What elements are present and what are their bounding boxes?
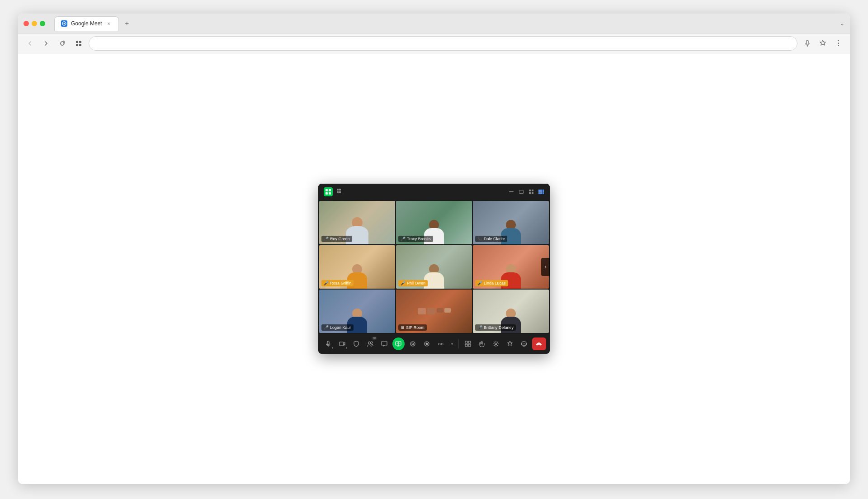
end-call-button[interactable]: [532, 337, 546, 350]
browser-toolbar: ⋮: [18, 33, 850, 53]
window-tile4[interactable]: [528, 190, 534, 194]
participant-name-text: Linda Lucas: [484, 281, 506, 285]
more-button[interactable]: ⋮: [832, 37, 844, 50]
svg-rect-27: [468, 344, 471, 347]
mic-icon: 🎤: [401, 281, 406, 285]
next-page-button[interactable]: ›: [541, 258, 550, 276]
window-minimize[interactable]: [508, 190, 514, 194]
participants-button[interactable]: 10: [364, 337, 377, 350]
traffic-lights: [24, 21, 45, 26]
tab-dropdown-button[interactable]: ⌄: [840, 20, 844, 27]
participant-name-phil: 🎤 Phil Owen: [398, 280, 428, 286]
settings-button[interactable]: [490, 337, 502, 350]
participant-name-text: SIP Room: [406, 325, 425, 330]
meet-logo: [324, 187, 333, 196]
minimize-traffic-light[interactable]: [32, 21, 37, 26]
toolbar-actions: ⋮: [801, 37, 844, 50]
camera-dropdown-arrow[interactable]: ▾: [346, 346, 347, 349]
svg-point-21: [412, 343, 414, 345]
participant-name-text: Roy Green: [330, 237, 350, 241]
activities-button[interactable]: [504, 337, 516, 350]
call-layout-icon[interactable]: [336, 188, 343, 196]
captions-dropdown[interactable]: ▾: [449, 337, 456, 350]
participant-name-dale: 📞 Dale Clarke: [475, 236, 507, 242]
svg-rect-25: [468, 341, 471, 343]
screen-icon: 🖥: [401, 325, 405, 330]
extensions-button[interactable]: [72, 37, 85, 50]
participant-name-rosa: 🎤 Rosa Griffin: [321, 280, 354, 286]
active-tab[interactable]: Google Meet ×: [54, 16, 119, 31]
chat-button[interactable]: [378, 337, 391, 350]
close-traffic-light[interactable]: [24, 21, 29, 26]
svg-rect-4: [76, 44, 78, 46]
new-tab-button[interactable]: +: [121, 17, 133, 30]
mic-icon: 🎤: [477, 281, 482, 285]
participant-name-sip: 🖥 SIP Room: [398, 324, 427, 331]
security-button[interactable]: [350, 337, 362, 350]
participant-name-tracy: 🎤 Tracy Brooks: [398, 236, 433, 242]
call-title-right: [508, 190, 544, 194]
mic-button[interactable]: [801, 37, 814, 50]
participants-grid: 🎤 Roy Green 🎤 Tracy Brooks: [318, 200, 550, 334]
mic-toggle-button[interactable]: ▾: [322, 337, 334, 350]
participant-name-text: Brittany Delaney: [484, 325, 514, 330]
phone-icon: 📞: [477, 237, 482, 241]
participant-cell-sip-room: 🖥 SIP Room: [396, 290, 472, 333]
raise-hand-button[interactable]: [476, 337, 488, 350]
effects-button[interactable]: [406, 337, 419, 350]
captions-button[interactable]: CC: [434, 337, 447, 350]
participant-name-text: Rosa Griffin: [330, 281, 351, 285]
browser-content: 🎤 Roy Green 🎤 Tracy Brooks: [18, 53, 850, 484]
window-tile2[interactable]: [518, 190, 524, 194]
back-button[interactable]: [24, 37, 36, 50]
address-bar[interactable]: [89, 36, 797, 51]
svg-rect-24: [465, 341, 467, 343]
mic-icon: 🎤: [324, 237, 329, 241]
svg-rect-9: [326, 192, 328, 195]
participant-name-linda: 🎤 Linda Lucas: [475, 280, 508, 286]
mic-icon: 🎤: [401, 237, 406, 241]
call-title-left: [324, 187, 343, 196]
svg-point-18: [371, 342, 373, 343]
star-button[interactable]: [816, 37, 829, 50]
svg-point-1: [64, 23, 65, 24]
svg-rect-5: [79, 44, 81, 46]
participant-name-text: Phil Owen: [407, 281, 425, 285]
toolbar-divider: [458, 339, 459, 348]
maximize-traffic-light[interactable]: [40, 21, 45, 26]
window-fullscreen[interactable]: [538, 190, 544, 194]
tab-close-button[interactable]: ×: [106, 20, 112, 27]
svg-rect-26: [465, 344, 467, 347]
video-call-window: 🎤 Roy Green 🎤 Tracy Brooks: [318, 184, 550, 354]
svg-rect-14: [339, 191, 341, 193]
present-button[interactable]: [392, 337, 405, 350]
svg-rect-8: [329, 189, 331, 191]
participant-name-brittany: 🎤 Brittany Delaney: [475, 324, 516, 331]
participant-cell-tracy-brooks: 🎤 Tracy Brooks: [396, 201, 472, 244]
participant-name-text: Logan Kaur: [330, 325, 351, 330]
participant-name-roy: 🎤 Roy Green: [321, 236, 352, 242]
tab-favicon: [61, 20, 67, 27]
svg-rect-13: [337, 191, 339, 193]
mic-dropdown-arrow[interactable]: ▾: [332, 346, 333, 349]
participant-name-text: Tracy Brooks: [407, 237, 431, 241]
camera-toggle-button[interactable]: ▾: [336, 337, 348, 350]
participant-cell-logan-kaur: 🎤 Logan Kaur: [319, 290, 395, 333]
refresh-button[interactable]: [56, 37, 69, 50]
record-button[interactable]: [420, 337, 433, 350]
layout-button[interactable]: [462, 337, 474, 350]
forward-button[interactable]: [40, 37, 52, 50]
svg-point-30: [523, 343, 524, 344]
participant-cell-linda-lucas: 🎤 Linda Lucas: [473, 245, 549, 289]
call-toolbar: ▾ ▾ 10: [318, 334, 550, 354]
reactions-button[interactable]: [518, 337, 530, 350]
mic-icon: 🎤: [324, 281, 329, 285]
participant-name-text: Dale Clarke: [484, 237, 505, 241]
video-grid: 🎤 Roy Green 🎤 Tracy Brooks: [318, 200, 550, 334]
mic-icon: 🎤: [324, 325, 329, 330]
svg-rect-12: [339, 189, 341, 190]
svg-point-31: [525, 343, 526, 344]
mic-icon: 🎤: [477, 325, 482, 330]
participant-cell-roy-green: 🎤 Roy Green: [319, 201, 395, 244]
tab-bar: Google Meet × + ⌄: [54, 16, 844, 31]
